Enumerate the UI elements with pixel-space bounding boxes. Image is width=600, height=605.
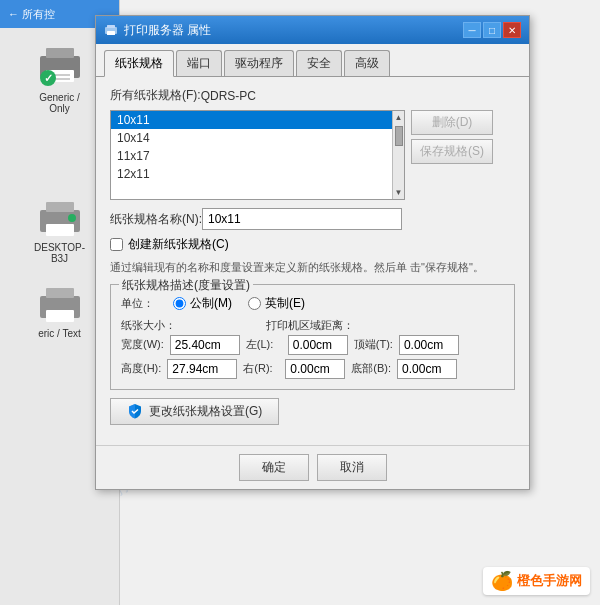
description-text: 通过编辑现有的名称和度量设置来定义新的纸张规格。然后单 击"保存规格"。 — [110, 259, 515, 276]
width-row: 宽度(W): 左(L): 顶端(T): — [121, 335, 504, 355]
unit-label: 单位： — [121, 296, 157, 311]
printer-icon-desktop — [36, 194, 84, 242]
cancel-button[interactable]: 取消 — [317, 454, 387, 481]
title-bar-left: 打印服务器 属性 — [104, 22, 211, 39]
all-paper-value: QDRS-PC — [201, 89, 256, 103]
svg-rect-1 — [46, 48, 74, 58]
paper-name-label: 纸张规格名称(N): — [110, 211, 202, 228]
tab-advanced[interactable]: 高级 — [344, 50, 390, 76]
paper-name-input[interactable] — [202, 208, 402, 230]
tab-paper[interactable]: 纸张规格 — [104, 50, 174, 77]
left-label: 左(L): — [246, 337, 282, 352]
radio-metric[interactable] — [173, 297, 186, 310]
right-input[interactable] — [285, 359, 345, 379]
unit-row: 单位： 公制(M) 英制(E) — [121, 295, 504, 312]
update-paper-button[interactable]: 更改纸张规格设置(G) — [110, 398, 279, 425]
print-area-section: 打印机区域距离： — [266, 318, 354, 335]
maximize-button[interactable]: □ — [483, 22, 501, 38]
minimize-button[interactable]: ─ — [463, 22, 481, 38]
width-label: 宽度(W): — [121, 337, 164, 352]
print-server-dialog: 打印服务器 属性 ─ □ ✕ 纸张规格 端口 驱动程序 安全 高级 所有纸张规格… — [95, 15, 530, 490]
all-paper-label: 所有纸张规格(F): — [110, 87, 201, 104]
tab-port[interactable]: 端口 — [176, 50, 222, 76]
svg-rect-12 — [46, 288, 74, 298]
bottom-label: 底部(B): — [351, 361, 391, 376]
radio-imperial-label[interactable]: 英制(E) — [248, 295, 305, 312]
svg-point-10 — [68, 214, 76, 222]
radio-metric-label[interactable]: 公制(M) — [173, 295, 232, 312]
radio-metric-text: 公制(M) — [190, 295, 232, 312]
radio-imperial-text: 英制(E) — [265, 295, 305, 312]
paper-name-row: 纸张规格名称(N): — [110, 208, 515, 230]
svg-rect-9 — [46, 224, 74, 236]
logo-area: 🍊 橙色手游网 — [483, 567, 590, 595]
side-buttons: 删除(D) 保存规格(S) — [411, 110, 493, 200]
dialog-footer: 确定 取消 — [96, 445, 529, 489]
list-item-1[interactable]: 10x14 — [111, 129, 392, 147]
left-input[interactable] — [288, 335, 348, 355]
size-area-labels: 纸张大小： 打印机区域距离： — [121, 318, 504, 335]
tab-bar: 纸张规格 端口 驱动程序 安全 高级 — [96, 44, 529, 77]
paper-size-label: 纸张大小： — [121, 318, 256, 333]
top-input[interactable] — [399, 335, 459, 355]
title-bar: 打印服务器 属性 ─ □ ✕ — [96, 16, 529, 44]
all-paper-row: 所有纸张规格(F): QDRS-PC — [110, 87, 515, 104]
logo-icon: 🍊 — [491, 570, 513, 592]
printer-title-icon — [104, 23, 118, 37]
paper-size-section: 纸张大小： — [121, 318, 256, 335]
dialog-content: 所有纸张规格(F): QDRS-PC 10x11 10x14 11x17 12x… — [96, 77, 529, 445]
sidebar-generic-label: Generic /Only — [39, 92, 80, 114]
svg-rect-15 — [107, 25, 115, 28]
delete-button[interactable]: 删除(D) — [411, 110, 493, 135]
height-input[interactable] — [167, 359, 237, 379]
sidebar-back-text: ← 所有控 — [8, 7, 55, 22]
width-input[interactable] — [170, 335, 240, 355]
create-checkbox[interactable] — [110, 238, 123, 251]
printer-icon-text — [36, 280, 84, 328]
svg-rect-13 — [46, 310, 74, 322]
sidebar-text-label: eric / Text — [38, 328, 81, 339]
scroll-thumb[interactable] — [395, 126, 403, 146]
paper-list-container: 10x11 10x14 11x17 12x11 ▲ ▼ 删除(D) — [110, 110, 515, 200]
create-checkbox-label: 创建新纸张规格(C) — [128, 236, 229, 253]
dialog-title: 打印服务器 属性 — [124, 22, 211, 39]
listbox-scrollbar[interactable]: ▲ ▼ — [392, 111, 404, 199]
paper-listbox[interactable]: 10x11 10x14 11x17 12x11 — [111, 111, 392, 199]
list-item-0[interactable]: 10x11 — [111, 111, 392, 129]
list-item-3[interactable]: 12x11 — [111, 165, 392, 183]
paper-listbox-wrapper: 10x11 10x14 11x17 12x11 ▲ ▼ — [110, 110, 405, 200]
ok-button[interactable]: 确定 — [239, 454, 309, 481]
sidebar-desktop-label: DESKTOP-B3J — [34, 242, 85, 264]
save-spec-button[interactable]: 保存规格(S) — [411, 139, 493, 164]
tab-driver[interactable]: 驱动程序 — [224, 50, 294, 76]
title-bar-buttons: ─ □ ✕ — [463, 22, 521, 38]
scroll-down-arrow[interactable]: ▼ — [395, 186, 403, 199]
svg-text:✓: ✓ — [44, 72, 53, 84]
radio-imperial[interactable] — [248, 297, 261, 310]
height-label: 高度(H): — [121, 361, 161, 376]
printer-icon-generic: ✓ — [36, 40, 84, 88]
print-area-label: 打印机区域距离： — [266, 318, 354, 333]
logo-text: 橙色手游网 — [517, 572, 582, 590]
height-row: 高度(H): 右(R): 底部(B): — [121, 359, 504, 379]
paper-list-section: 10x11 10x14 11x17 12x11 ▲ ▼ 删除(D) — [110, 110, 515, 200]
right-label: 右(R): — [243, 361, 279, 376]
update-btn-label: 更改纸张规格设置(G) — [149, 403, 262, 420]
svg-rect-8 — [46, 202, 74, 212]
scroll-up-arrow[interactable]: ▲ — [395, 111, 403, 124]
svg-rect-16 — [107, 31, 115, 35]
bottom-input[interactable] — [397, 359, 457, 379]
section-title: 纸张规格描述(度量设置) — [119, 277, 253, 294]
shield-icon — [127, 403, 143, 419]
list-item-2[interactable]: 11x17 — [111, 147, 392, 165]
create-checkbox-row: 创建新纸张规格(C) — [110, 236, 515, 253]
paper-desc-section: 纸张规格描述(度量设置) 单位： 公制(M) 英制(E) 纸张大小： — [110, 284, 515, 390]
tab-security[interactable]: 安全 — [296, 50, 342, 76]
close-button[interactable]: ✕ — [503, 22, 521, 38]
top-label: 顶端(T): — [354, 337, 393, 352]
